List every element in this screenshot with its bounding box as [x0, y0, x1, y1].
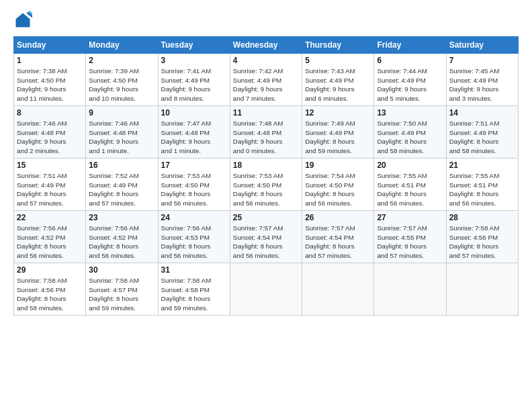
calendar-day-18: 18Sunrise: 7:53 AMSunset: 4:50 PMDayligh… — [230, 158, 302, 211]
calendar-day-26: 26Sunrise: 7:57 AMSunset: 4:54 PMDayligh… — [302, 211, 374, 263]
day-number: 31 — [161, 265, 227, 275]
page-header — [13, 11, 519, 30]
calendar-day-15: 15Sunrise: 7:51 AMSunset: 4:49 PMDayligh… — [14, 158, 86, 211]
calendar-week-4: 22Sunrise: 7:56 AMSunset: 4:52 PMDayligh… — [14, 211, 519, 263]
day-number: 9 — [89, 108, 154, 118]
day-number: 15 — [17, 161, 83, 170]
weekday-header-monday: Monday — [86, 37, 158, 54]
calendar-day-17: 17Sunrise: 7:53 AMSunset: 4:50 PMDayligh… — [158, 158, 230, 211]
day-number: 17 — [161, 161, 227, 170]
day-number: 1 — [17, 56, 83, 65]
calendar-day-23: 23Sunrise: 7:56 AMSunset: 4:52 PMDayligh… — [86, 211, 158, 263]
day-number: 11 — [233, 108, 299, 118]
calendar-week-1: 1Sunrise: 7:38 AMSunset: 4:50 PMDaylight… — [14, 54, 519, 106]
day-info: Sunrise: 7:54 AMSunset: 4:50 PMDaylight:… — [305, 171, 371, 208]
day-number: 4 — [233, 56, 299, 65]
day-info: Sunrise: 7:50 AMSunset: 4:49 PMDaylight:… — [377, 119, 443, 156]
svg-marker-0 — [16, 13, 30, 28]
day-number: 26 — [305, 213, 371, 222]
calendar-day-28: 28Sunrise: 7:58 AMSunset: 4:56 PMDayligh… — [446, 211, 518, 263]
weekday-header-sunday: Sunday — [14, 37, 86, 54]
calendar-day-10: 10Sunrise: 7:47 AMSunset: 4:48 PMDayligh… — [158, 106, 230, 158]
day-info: Sunrise: 7:53 AMSunset: 4:50 PMDaylight:… — [233, 171, 299, 208]
calendar-day-9: 9Sunrise: 7:46 AMSunset: 4:48 PMDaylight… — [86, 106, 158, 158]
day-number: 10 — [161, 108, 227, 118]
weekday-header-wednesday: Wednesday — [230, 37, 302, 54]
day-info: Sunrise: 7:48 AMSunset: 4:48 PMDaylight:… — [233, 119, 299, 156]
calendar-day-4: 4Sunrise: 7:42 AMSunset: 4:49 PMDaylight… — [230, 54, 302, 106]
calendar-day-22: 22Sunrise: 7:56 AMSunset: 4:52 PMDayligh… — [14, 211, 86, 263]
weekday-header-row: SundayMondayTuesdayWednesdayThursdayFrid… — [14, 37, 519, 54]
day-info: Sunrise: 7:51 AMSunset: 4:49 PMDaylight:… — [17, 171, 83, 208]
day-number: 18 — [233, 161, 299, 170]
day-number: 25 — [233, 213, 299, 222]
calendar-day-14: 14Sunrise: 7:51 AMSunset: 4:49 PMDayligh… — [446, 106, 518, 158]
day-info: Sunrise: 7:57 AMSunset: 4:54 PMDaylight:… — [233, 224, 299, 261]
day-info: Sunrise: 7:58 AMSunset: 4:56 PMDaylight:… — [449, 224, 515, 261]
calendar-week-2: 8Sunrise: 7:46 AMSunset: 4:48 PMDaylight… — [14, 106, 519, 158]
day-number: 12 — [305, 108, 371, 118]
day-info: Sunrise: 7:41 AMSunset: 4:49 PMDaylight:… — [161, 66, 227, 103]
day-info: Sunrise: 7:58 AMSunset: 4:57 PMDaylight:… — [89, 276, 154, 313]
day-info: Sunrise: 7:56 AMSunset: 4:52 PMDaylight:… — [17, 224, 83, 261]
day-info: Sunrise: 7:42 AMSunset: 4:49 PMDaylight:… — [233, 66, 299, 103]
calendar-day-5: 5Sunrise: 7:43 AMSunset: 4:49 PMDaylight… — [302, 54, 374, 106]
day-info: Sunrise: 7:58 AMSunset: 4:56 PMDaylight:… — [17, 276, 83, 313]
day-info: Sunrise: 7:58 AMSunset: 4:58 PMDaylight:… — [161, 276, 227, 313]
weekday-header-saturday: Saturday — [446, 37, 518, 54]
day-info: Sunrise: 7:53 AMSunset: 4:50 PMDaylight:… — [161, 171, 227, 208]
day-info: Sunrise: 7:56 AMSunset: 4:53 PMDaylight:… — [161, 224, 227, 261]
day-info: Sunrise: 7:57 AMSunset: 4:55 PMDaylight:… — [377, 224, 443, 261]
day-number: 27 — [377, 213, 443, 222]
calendar-day-1: 1Sunrise: 7:38 AMSunset: 4:50 PMDaylight… — [14, 54, 86, 106]
day-number: 19 — [305, 161, 371, 170]
day-info: Sunrise: 7:38 AMSunset: 4:50 PMDaylight:… — [17, 66, 83, 103]
calendar-day-3: 3Sunrise: 7:41 AMSunset: 4:49 PMDaylight… — [158, 54, 230, 106]
calendar-day-31: 31Sunrise: 7:58 AMSunset: 4:58 PMDayligh… — [158, 263, 230, 316]
empty-cell — [302, 263, 374, 316]
day-info: Sunrise: 7:45 AMSunset: 4:49 PMDaylight:… — [449, 66, 515, 103]
logo — [13, 11, 36, 30]
day-number: 3 — [161, 56, 227, 65]
day-number: 5 — [305, 56, 371, 65]
calendar-day-8: 8Sunrise: 7:46 AMSunset: 4:48 PMDaylight… — [14, 106, 86, 158]
day-info: Sunrise: 7:56 AMSunset: 4:52 PMDaylight:… — [89, 224, 154, 261]
day-number: 23 — [89, 213, 154, 222]
empty-cell — [374, 263, 446, 316]
day-number: 28 — [449, 213, 515, 222]
day-number: 16 — [89, 161, 154, 170]
calendar-day-11: 11Sunrise: 7:48 AMSunset: 4:48 PMDayligh… — [230, 106, 302, 158]
logo-icon — [13, 11, 32, 30]
day-number: 30 — [89, 265, 154, 275]
day-number: 20 — [377, 161, 443, 170]
day-info: Sunrise: 7:46 AMSunset: 4:48 PMDaylight:… — [17, 119, 83, 156]
day-number: 2 — [89, 56, 154, 65]
weekday-header-thursday: Thursday — [302, 37, 374, 54]
calendar-day-12: 12Sunrise: 7:49 AMSunset: 4:49 PMDayligh… — [302, 106, 374, 158]
weekday-header-friday: Friday — [374, 37, 446, 54]
day-number: 24 — [161, 213, 227, 222]
calendar-day-24: 24Sunrise: 7:56 AMSunset: 4:53 PMDayligh… — [158, 211, 230, 263]
calendar-day-25: 25Sunrise: 7:57 AMSunset: 4:54 PMDayligh… — [230, 211, 302, 263]
calendar-day-7: 7Sunrise: 7:45 AMSunset: 4:49 PMDaylight… — [446, 54, 518, 106]
calendar-day-6: 6Sunrise: 7:44 AMSunset: 4:49 PMDaylight… — [374, 54, 446, 106]
calendar-day-20: 20Sunrise: 7:55 AMSunset: 4:51 PMDayligh… — [374, 158, 446, 211]
day-info: Sunrise: 7:44 AMSunset: 4:49 PMDaylight:… — [377, 66, 443, 103]
day-info: Sunrise: 7:55 AMSunset: 4:51 PMDaylight:… — [449, 171, 515, 208]
day-number: 8 — [17, 108, 83, 118]
calendar-day-13: 13Sunrise: 7:50 AMSunset: 4:49 PMDayligh… — [374, 106, 446, 158]
calendar-day-30: 30Sunrise: 7:58 AMSunset: 4:57 PMDayligh… — [86, 263, 158, 316]
calendar-day-27: 27Sunrise: 7:57 AMSunset: 4:55 PMDayligh… — [374, 211, 446, 263]
weekday-header-tuesday: Tuesday — [158, 37, 230, 54]
day-info: Sunrise: 7:43 AMSunset: 4:49 PMDaylight:… — [305, 66, 371, 103]
day-info: Sunrise: 7:57 AMSunset: 4:54 PMDaylight:… — [305, 224, 371, 261]
day-info: Sunrise: 7:39 AMSunset: 4:50 PMDaylight:… — [89, 66, 154, 103]
day-number: 7 — [449, 56, 515, 65]
calendar-day-19: 19Sunrise: 7:54 AMSunset: 4:50 PMDayligh… — [302, 158, 374, 211]
calendar-day-16: 16Sunrise: 7:52 AMSunset: 4:49 PMDayligh… — [86, 158, 158, 211]
calendar-week-3: 15Sunrise: 7:51 AMSunset: 4:49 PMDayligh… — [14, 158, 519, 211]
day-number: 29 — [17, 265, 83, 275]
day-number: 21 — [449, 161, 515, 170]
day-number: 13 — [377, 108, 443, 118]
empty-cell — [446, 263, 518, 316]
